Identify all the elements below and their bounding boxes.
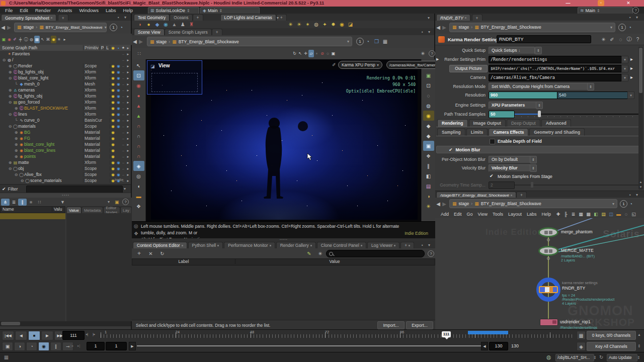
filter-preset-icon[interactable]: ▾ xyxy=(108,200,110,204)
select-objects-icon[interactable]: ◉ xyxy=(133,80,144,90)
selectable-icon[interactable]: ▸ xyxy=(125,112,131,117)
selectable-icon[interactable]: ▸ xyxy=(125,106,131,111)
power-icon[interactable]: ◉ xyxy=(51,36,56,43)
selectable-icon[interactable]: ▸ xyxy=(125,124,131,129)
snapshot-badge[interactable]: 1 xyxy=(618,24,626,31)
brush-icon[interactable]: ✐ xyxy=(12,36,18,43)
power-toggle-icon[interactable]: ◉ xyxy=(110,88,116,93)
menu-item[interactable]: Edit xyxy=(16,7,31,14)
quickmarks-icon[interactable]: ▬ xyxy=(615,210,622,218)
tree-row[interactable]: ⊖ ◯ obj Scope ◉ ◉ ‒ ▸ xyxy=(0,165,131,171)
tab-geometry-spreadsheet[interactable]: Geometry Spreadsheet xyxy=(1,14,56,21)
output-picture-button[interactable]: Output Picture xyxy=(449,65,488,72)
viewer-tab[interactable]: Scene View xyxy=(134,29,165,36)
selectable-icon[interactable]: ▸ xyxy=(125,88,131,93)
help-icon[interactable]: ? xyxy=(428,250,434,257)
menu-item[interactable]: Help xyxy=(120,7,137,14)
twisty-icon[interactable]: └ xyxy=(14,118,19,123)
pane-menu-icon[interactable]: ▾ xyxy=(636,15,638,20)
params-tab[interactable]: Image Output xyxy=(469,119,506,127)
view-pane-overlay[interactable]: ◪ View xyxy=(147,60,202,95)
selectable-icon[interactable]: ▸ xyxy=(125,70,131,74)
auto-key-icon[interactable]: ◈ xyxy=(577,342,586,351)
new-tab-button[interactable]: + xyxy=(472,14,482,21)
twisty-icon[interactable]: ⊕ xyxy=(14,136,19,141)
attr-name-header[interactable]: Name Valu xyxy=(0,206,65,213)
pane-maximize-icon[interactable]: ▪ xyxy=(118,15,119,20)
camera-shelf-icon[interactable]: ◪ xyxy=(346,21,355,28)
rsp-field[interactable]: /Render/rendersettings xyxy=(489,56,622,63)
visibility-toggle-icon[interactable]: ◉ xyxy=(116,76,121,80)
message-log-icon[interactable]: ▦ xyxy=(2,353,11,361)
context-selector[interactable]: /obj/BLAST_SH... xyxy=(555,354,594,361)
viewer-tab[interactable]: + xyxy=(212,29,222,36)
selectable-icon[interactable]: ▸ xyxy=(125,82,131,86)
power-toggle-icon[interactable]: ◉ xyxy=(110,172,116,177)
snap-grid-icon[interactable]: ∩ xyxy=(133,121,144,131)
list-view-icon[interactable]: ≣ xyxy=(570,210,577,218)
filter-check-icon[interactable]: ✔ xyxy=(2,187,6,192)
snapshot-badge[interactable]: 1 xyxy=(110,24,117,31)
bottom-tab[interactable]: Render Gallery xyxy=(276,242,316,249)
selectable-icon[interactable]: ▸ xyxy=(125,166,131,171)
viewport[interactable]: ↖⊡◉●▲▲∩∩∩∩◈◎◖▬❖ ◉▣⊡◌◍◉◆◆▣❖∥◧▤◑✳ Renderin… xyxy=(132,59,435,221)
dropdown-icon[interactable]: ▾ xyxy=(621,56,628,63)
select-arrow-icon[interactable]: ↖ xyxy=(133,60,144,70)
detail-mode-icon[interactable]: ∷ xyxy=(35,199,44,206)
sticky-note-icon[interactable]: ▤ xyxy=(600,210,607,218)
search-box[interactable] xyxy=(326,250,425,257)
node-merge-matte[interactable] xyxy=(538,246,558,256)
power-toggle-icon[interactable]: ◉ xyxy=(110,124,116,129)
reload-icon[interactable]: ↻ xyxy=(158,250,167,257)
per-object-mb-menu[interactable]: On by Default xyxy=(489,156,533,163)
node-merge-phantom[interactable] xyxy=(538,227,558,237)
updown-icon[interactable]: ⇕ xyxy=(536,102,543,109)
params-subtab[interactable]: Geometry and Shading xyxy=(529,128,585,136)
geometry-icon[interactable]: ▣ xyxy=(1,36,7,43)
inspect-icon[interactable]: ◍ xyxy=(29,36,34,43)
range-start-icon[interactable]: |◂ xyxy=(70,344,73,348)
power-toggle-icon[interactable]: ◉ xyxy=(110,130,116,135)
test-rig-icon[interactable]: ♜ xyxy=(187,21,196,28)
tree-row[interactable]: ⊕ Ⓒ BLAST_SHOCKWAVE Xform ◉ ◉ ‒ ▸ xyxy=(0,105,131,111)
more-icon[interactable]: ▸ xyxy=(62,36,67,43)
color-palette-icon[interactable]: ◧ xyxy=(592,210,600,218)
snap-multi-icon[interactable]: ∩ xyxy=(133,151,144,161)
params-tab[interactable]: Deep Output xyxy=(507,119,540,127)
twisty-icon[interactable]: ⊕ xyxy=(8,70,13,74)
power-toggle-icon[interactable]: ◉ xyxy=(110,70,116,74)
visibility-toggle-icon[interactable]: ◉ xyxy=(116,124,121,129)
current-frame-field[interactable]: 111 xyxy=(62,331,85,340)
power-toggle-icon[interactable]: ◉ xyxy=(110,154,116,159)
new-tab-button[interactable]: + xyxy=(58,14,68,21)
twisty-icon[interactable]: ⊕ xyxy=(14,148,19,153)
twisty-icon[interactable]: ⊖ xyxy=(20,178,25,183)
selectable-icon[interactable]: ▸ xyxy=(125,100,131,105)
detail-tab[interactable]: Value xyxy=(66,207,82,214)
power-toggle-icon[interactable]: ◉ xyxy=(110,142,116,147)
node-name-field[interactable]: RNDR_BTY xyxy=(497,35,591,43)
node-output-dot[interactable] xyxy=(547,238,550,241)
network-menu-item[interactable]: Go xyxy=(464,211,475,218)
twisty-icon[interactable]: ⊕ xyxy=(8,160,13,165)
node-pick-icon[interactable]: ▸ xyxy=(630,56,633,62)
visibility-toggle-icon[interactable]: ◉ xyxy=(116,172,121,177)
filter-menu-icon[interactable]: ▾ xyxy=(124,187,126,191)
selectable-icon[interactable]: ▸ xyxy=(125,172,131,177)
updown-icon[interactable]: ⇕ xyxy=(593,355,597,360)
visibility-toggle-icon[interactable]: ◉ xyxy=(116,88,121,93)
gts-slider-track[interactable] xyxy=(515,185,640,186)
help-icon[interactable]: ? xyxy=(632,7,639,14)
tree-row[interactable]: ⊕ ◉ points Material ◉ ‒ ▸ xyxy=(0,153,131,159)
distant-light-icon[interactable]: ✳ xyxy=(286,21,295,28)
dropdown-icon[interactable]: ▾ xyxy=(621,74,628,81)
layout-icon[interactable]: ◖ xyxy=(133,181,144,191)
pane-menu-icon[interactable]: ▾ xyxy=(428,243,430,247)
bottom-tab[interactable]: Log Viewer xyxy=(367,242,399,249)
power-toggle-icon[interactable]: ◉ xyxy=(110,160,116,165)
brush-icon[interactable]: ✐ xyxy=(608,36,616,43)
power-toggle-icon[interactable]: ◉ xyxy=(110,76,116,80)
planet-icon[interactable]: ◉ xyxy=(162,21,170,28)
range-slider-right-handle[interactable]: ◀ xyxy=(481,342,488,350)
tree-mode-icon[interactable]: ⋔ xyxy=(1,199,10,206)
